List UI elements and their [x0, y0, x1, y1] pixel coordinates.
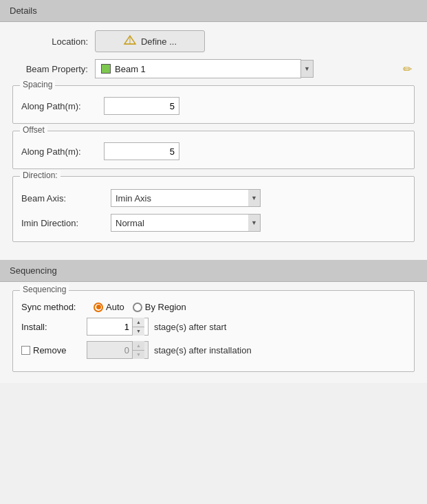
beam-axis-select[interactable]: Imin Axis — [111, 189, 248, 207]
spacing-along-path-label: Along Path(m): — [21, 101, 104, 111]
define-svg-icon — [123, 34, 137, 45]
install-spinbox-arrows: ▲ ▼ — [132, 318, 144, 336]
offset-group-title: Offset — [20, 125, 47, 135]
details-section: Details Location: Define ... Beam Proper… — [0, 0, 427, 260]
sequencing-section: Sequencing Sequencing Sync method: Auto — [0, 260, 427, 383]
direction-group-title: Direction: — [20, 171, 61, 180]
sync-method-radio-group: Auto By Region — [94, 302, 186, 312]
install-spinbox-up[interactable]: ▲ — [133, 318, 144, 327]
beam-property-edit-button[interactable]: ✏ — [400, 63, 415, 76]
remove-row: Remove ▲ ▼ stage(s) after installation — [21, 341, 406, 359]
sync-auto-label: Auto — [106, 302, 124, 312]
sync-auto-radio[interactable] — [94, 303, 103, 312]
beam-color-indicator — [101, 64, 111, 74]
remove-input — [87, 342, 132, 358]
sequencing-body: Sequencing Sync method: Auto By Region — [0, 282, 427, 383]
beam-axis-value: Imin Axis — [116, 193, 244, 204]
sync-method-label: Sync method: — [21, 302, 87, 312]
details-body: Location: Define ... Beam Property: — [0, 22, 427, 260]
install-input[interactable] — [87, 318, 132, 335]
sequencing-group: Sequencing Sync method: Auto By Region — [12, 290, 415, 372]
spacing-along-path-input[interactable] — [104, 97, 179, 115]
imin-direction-select[interactable]: Normal — [111, 214, 248, 232]
imin-direction-value: Normal — [116, 218, 244, 228]
details-title: Details — [10, 6, 37, 16]
install-row: Install: ▲ ▼ stage(s) after start — [21, 318, 406, 336]
pencil-icon: ✏ — [403, 63, 412, 75]
remove-checkbox-wrapper[interactable]: Remove — [21, 345, 87, 355]
spacing-along-path-row: Along Path(m): — [21, 97, 406, 115]
sequencing-group-title: Sequencing — [20, 285, 69, 294]
beam-axis-dropdown-btn[interactable]: ▼ — [248, 189, 261, 207]
define-icon — [123, 34, 137, 48]
beam-property-label: Beam Property: — [12, 64, 95, 74]
beam-property-dropdown-btn[interactable]: ▼ — [301, 60, 314, 78]
remove-checkbox[interactable] — [21, 346, 30, 355]
remove-spinbox-down: ▼ — [133, 351, 144, 360]
offset-along-path-row: Along Path(m): — [21, 142, 406, 160]
imin-direction-dropdown-btn[interactable]: ▼ — [248, 214, 261, 232]
offset-along-path-label: Along Path(m): — [21, 146, 104, 157]
sequencing-header: Sequencing — [0, 260, 427, 282]
imin-direction-row: Imin Direction: Normal ▼ — [21, 214, 406, 232]
install-spinbox: ▲ ▼ — [87, 318, 149, 336]
remove-spinbox-arrows: ▲ ▼ — [132, 341, 144, 359]
spacing-group-title: Spacing — [20, 80, 55, 89]
beam-axis-row: Beam Axis: Imin Axis ▼ — [21, 189, 406, 207]
location-label: Location: — [12, 36, 95, 47]
sequencing-title: Sequencing — [10, 265, 57, 276]
sync-auto-option[interactable]: Auto — [94, 302, 124, 312]
spacing-group: Spacing Along Path(m): — [12, 85, 415, 124]
sync-by-region-label: By Region — [145, 302, 186, 312]
sync-by-region-radio[interactable] — [133, 303, 142, 312]
imin-direction-select-wrapper: Normal ▼ — [111, 214, 261, 232]
remove-label: Remove — [33, 345, 66, 355]
location-row: Location: Define ... — [12, 30, 415, 52]
direction-group: Direction: Beam Axis: Imin Axis ▼ Imin D… — [12, 176, 415, 242]
offset-along-path-input[interactable] — [104, 142, 179, 160]
beam-property-row: Beam Property: Beam 1 ▼ ✏ — [12, 59, 415, 78]
sync-by-region-option[interactable]: By Region — [133, 302, 186, 312]
install-spinbox-down[interactable]: ▼ — [133, 327, 144, 336]
beam-select-wrapper: Beam 1 ▼ — [95, 59, 396, 78]
define-button[interactable]: Define ... — [95, 30, 205, 52]
remove-spinbox: ▲ ▼ — [87, 341, 149, 359]
beam-property-select[interactable]: Beam 1 — [95, 59, 301, 78]
define-button-label: Define ... — [141, 36, 177, 47]
offset-group: Offset Along Path(m): — [12, 131, 415, 169]
remove-spinbox-up: ▲ — [133, 341, 144, 351]
sync-method-row: Sync method: Auto By Region — [21, 302, 406, 312]
details-header: Details — [0, 0, 427, 22]
beam-axis-label: Beam Axis: — [21, 193, 111, 204]
remove-after-label: stage(s) after installation — [154, 345, 252, 355]
beam-axis-select-wrapper: Imin Axis ▼ — [111, 189, 261, 207]
imin-direction-label: Imin Direction: — [21, 218, 111, 228]
install-label: Install: — [21, 322, 87, 332]
beam-property-value: Beam 1 — [115, 64, 146, 74]
install-after-label: stage(s) after start — [154, 322, 226, 332]
